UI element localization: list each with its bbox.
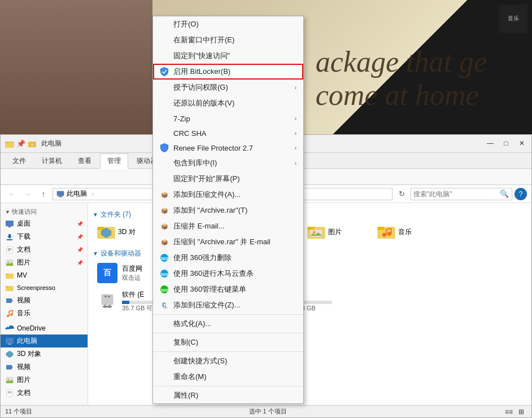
folder-3d[interactable]: 3D 对 [93,222,160,242]
ctx-item-rename[interactable]: 重命名(M) [153,369,303,385]
video-icon2 [5,363,14,372]
ctx-item-properties[interactable]: 属性(R) [153,388,303,403]
ctx-item-crc[interactable]: CRC SHA › [153,126,303,140]
svg-point-16 [8,261,10,263]
search-input[interactable] [413,190,499,198]
svg-rect-5 [57,191,64,196]
ctx-item-format[interactable]: 格式化(A)... [153,316,303,332]
sidebar-item-desktop[interactable]: 桌面 📌 [1,217,88,230]
ctx-icon-7zip [160,114,169,123]
ctx-item-bitlocker[interactable]: 启用 BitLocker(B) [153,64,303,80]
ctx-item-add_zip[interactable]: 📦 添加到压缩文件(A)... [153,187,303,203]
svg-marker-22 [12,300,13,302]
svg-rect-2 [5,142,9,143]
svg-rect-21 [6,298,12,303]
sidebar-item-pictures2[interactable]: 图片 [1,373,88,386]
download-icon [5,232,14,241]
ctx-item-access[interactable]: 授予访问权限(G) › [153,80,303,95]
ctx-label-open: 打开(O) [173,19,296,29]
ctx-icon-properties [160,391,169,400]
sidebar-item-downloads[interactable]: 下载 📌 [1,230,88,243]
minimize-button[interactable]: — [483,137,498,149]
svg-rect-63 [104,296,107,297]
ctx-item-add_archive[interactable]: 📦 添加到 "Archive.rar"(T) [153,203,303,218]
forward-button[interactable]: → [21,187,34,201]
sidebar-item-screenpresso[interactable]: Screenpresso [1,281,88,294]
ctx-icon-use_360_menu: 360 [160,285,169,294]
search-icon[interactable]: 🔍 [499,189,509,199]
help-button[interactable]: ? [514,188,527,200]
tab-file[interactable]: 文件 [5,153,33,168]
sidebar-item-videos2[interactable]: 视频 [1,360,88,373]
tab-manage[interactable]: 管理 [100,153,128,169]
sidebar-item-mv[interactable]: MV [1,269,88,281]
desktop-icon [5,219,14,228]
ctx-item-open_new[interactable]: 在新窗口中打开(E) [153,32,303,48]
context-menu: 打开(O) 在新窗口中打开(E) 固定到"快速访问" 启用 BitLocker(… [152,16,304,404]
pc-icon [56,190,64,198]
svg-rect-12 [8,248,11,249]
refresh-button[interactable]: ↻ [395,187,408,201]
ctx-icon-renee [160,143,169,152]
sidebar-item-documents2[interactable]: 文档 [1,386,88,399]
pin-indicator: 📌 [77,247,83,253]
winrar-icon: 📦 [160,206,169,215]
ctx-item-copy[interactable]: 复制(C) [153,335,303,350]
svg-rect-25 [6,338,14,344]
folder-music[interactable]: 音乐 [373,222,441,242]
sidebar-item-3d[interactable]: 3D 对象 [1,347,88,360]
sidebar-label-pictures: 图片 [17,258,30,267]
close-button[interactable]: ✕ [514,137,529,149]
winrar-icon: 📦 [160,237,169,247]
back-button[interactable]: ← [5,187,19,201]
svg-text:+: + [31,142,34,147]
ctx-item-use_360_delete[interactable]: 360 使用 360强力删除 [153,250,303,266]
ctx-icon-add_zip2: 🗜️ [160,301,169,310]
ctx-item-use_360_scan[interactable]: 360 使用 360进行木马云查杀 [153,266,303,281]
ctx-item-add_zip2[interactable]: 🗜️ 添加到压缩文件(Z)... [153,297,303,313]
up-button[interactable]: ↑ [37,187,50,201]
ctx-item-renee[interactable]: Renee File Protector 2.7 › [153,140,303,155]
folders-toggle[interactable]: ▼ [93,212,98,218]
status-bar: 11 个项目 选中 1 个项目 ≡≡ ⊞ [1,405,531,417]
ctx-item-open[interactable]: 打开(O) [153,16,303,32]
list-view-button[interactable]: ≡≡ [503,407,514,417]
sidebar-item-documents[interactable]: 文档 📌 [1,243,88,256]
pin-indicator: 📌 [77,234,83,240]
tab-computer[interactable]: 计算机 [34,153,69,168]
ctx-item-create_shortcut[interactable]: 创建快捷方式(S) [153,353,303,369]
3d-icon-sidebar [5,350,14,359]
maximize-button[interactable]: □ [499,137,513,149]
context-menu-separator [153,386,303,386]
ctx-icon-compress_rar_email: 📦 [160,237,169,247]
folder-pictures-main[interactable]: 图片 [303,222,370,242]
ctx-item-restore[interactable]: 还原以前的版本(V) [153,95,303,111]
tab-view[interactable]: 查看 [71,153,99,168]
ctx-item-include_lib[interactable]: 包含到库中(I) › [153,155,303,171]
devices-toggle[interactable]: ▼ [93,250,98,257]
ctx-item-pin_quick[interactable]: 固定到"快速访问" [153,48,303,64]
sidebar-item-pictures[interactable]: 图片 📌 [1,256,88,269]
ctx-item-compress_email[interactable]: 📦 压缩并 E-mail... [153,218,303,234]
ctx-icon-crc [160,129,169,138]
ctx-label-bitlocker: 启用 BitLocker(B) [173,67,296,77]
sidebar-item-music[interactable]: 音乐 [1,307,88,320]
grid-view-button[interactable]: ⊞ [516,407,527,417]
svg-rect-36 [97,227,104,230]
ctx-item-use_360_menu[interactable]: 360 使用 360管理右键菜单 [153,281,303,297]
document-icon [5,245,14,254]
music-widget: 音乐 [499,5,527,33]
ctx-item-7zip[interactable]: 7-Zip › [153,111,303,126]
ctx-label-use_360_delete: 使用 360强力删除 [173,253,296,263]
ctx-item-compress_rar_email[interactable]: 📦 压缩到 "Archive.rar" 并 E-mail [153,234,303,250]
ctx-icon-compress_email: 📦 [160,222,169,231]
svg-point-55 [387,232,391,236]
ctx-arrow-renee: › [295,145,296,151]
ctx-item-pin_start[interactable]: 固定到"开始"屏幕(P) [153,171,303,187]
ctx-icon-use_360_delete: 360 [160,253,169,262]
sidebar-item-thispc[interactable]: 此电脑 [1,335,88,347]
ctx-arrow-crc: › [295,130,296,137]
svg-rect-9 [8,226,11,227]
sidebar-item-videos[interactable]: 视频 [1,294,88,307]
sidebar-item-onedrive[interactable]: OneDrive [1,322,88,335]
